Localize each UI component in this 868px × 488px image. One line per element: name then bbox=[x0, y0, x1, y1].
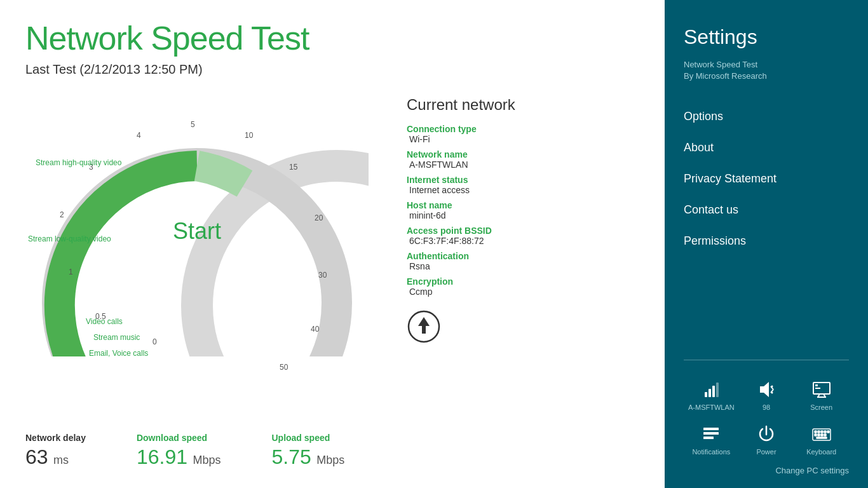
wifi-label: A-MSFTWLAN bbox=[688, 403, 735, 411]
delay-value: 63 bbox=[25, 445, 48, 468]
scale-4: 4 bbox=[137, 131, 141, 140]
svg-rect-4 bbox=[709, 389, 711, 397]
field-value-internet-status: Internet access bbox=[409, 185, 515, 195]
app-title: Network Speed Test bbox=[25, 19, 639, 57]
upload-value: 5.75 bbox=[271, 445, 311, 468]
svg-rect-23 bbox=[815, 431, 817, 433]
sys-icon-wifi[interactable]: A-MSFTWLAN bbox=[684, 379, 739, 411]
menu-item-contact[interactable]: Contact us bbox=[684, 194, 849, 226]
download-label: Download speed bbox=[137, 433, 221, 443]
gauge-container: 0 0.5 1 2 3 4 5 10 15 20 30 40 50 Stream… bbox=[25, 90, 369, 356]
network-field-encryption: Encryption Ccmp bbox=[407, 276, 515, 297]
field-value-network-name: A-MSFTWLAN bbox=[409, 159, 515, 170]
menu-item-about[interactable]: About bbox=[684, 132, 849, 163]
network-panel-title: Current network bbox=[407, 96, 515, 114]
svg-rect-30 bbox=[821, 434, 823, 436]
field-value-auth: Rsna bbox=[409, 261, 515, 271]
network-field-connection-type: Connection type Wi-Fi bbox=[407, 124, 515, 144]
network-field-bssid: Access point BSSID 6C:F3:7F:4F:88:72 bbox=[407, 226, 515, 246]
volume-label: 98 bbox=[763, 403, 770, 411]
field-label-auth: Authentication bbox=[407, 251, 515, 261]
notifications-label: Notifications bbox=[692, 448, 730, 456]
svg-point-10 bbox=[771, 386, 773, 388]
annotation-hq-video: Stream high-quality video bbox=[36, 158, 121, 167]
svg-rect-6 bbox=[716, 383, 719, 397]
sys-icon-power[interactable]: Power bbox=[739, 424, 794, 456]
annotation-stream-music: Stream music bbox=[93, 333, 140, 342]
change-pc-settings[interactable]: Change PC settings bbox=[684, 466, 849, 475]
scale-5: 5 bbox=[191, 120, 195, 129]
stats-row: Network delay 63 ms Download speed 16.91… bbox=[25, 433, 449, 469]
download-unit: Mbps bbox=[193, 454, 220, 466]
field-label-network-name: Network name bbox=[407, 149, 515, 159]
network-panel: Current network Connection type Wi-Fi Ne… bbox=[407, 90, 515, 346]
field-label-connection-type: Connection type bbox=[407, 124, 515, 134]
network-field-name: Network name A-MSFTWLAN bbox=[407, 149, 515, 170]
field-value-connection-type: Wi-Fi bbox=[409, 134, 515, 144]
last-test-label: Last Test (2/12/2013 12:50 PM) bbox=[25, 62, 639, 77]
sys-icon-notifications[interactable]: Notifications bbox=[684, 424, 739, 456]
scale-0: 0 bbox=[153, 337, 157, 346]
field-value-host-name: minint-6d bbox=[409, 210, 515, 220]
upload-label: Upload speed bbox=[271, 433, 344, 443]
svg-rect-20 bbox=[703, 437, 714, 439]
download-value: 16.91 bbox=[137, 445, 187, 468]
wifi-icon bbox=[701, 379, 721, 400]
scale-1: 1 bbox=[69, 268, 73, 276]
svg-rect-32 bbox=[817, 437, 827, 438]
settings-sidebar: Settings Network Speed Test By Microsoft… bbox=[665, 0, 868, 488]
gauge-network-row: 0 0.5 1 2 3 4 5 10 15 20 30 40 50 Stream… bbox=[25, 90, 639, 356]
scale-40: 40 bbox=[311, 325, 319, 334]
field-value-bssid: 6C:F3:7F:4F:88:72 bbox=[409, 236, 515, 246]
power-label: Power bbox=[756, 448, 776, 456]
scale-30: 30 bbox=[318, 271, 327, 280]
svg-rect-3 bbox=[705, 392, 707, 397]
sys-icon-keyboard[interactable]: Keyboard bbox=[794, 424, 849, 456]
svg-rect-27 bbox=[827, 431, 829, 433]
sys-icon-volume[interactable]: 98 bbox=[739, 379, 794, 411]
keyboard-label: Keyboard bbox=[806, 448, 836, 456]
field-label-host-name: Host name bbox=[407, 200, 515, 210]
power-icon bbox=[756, 424, 776, 444]
svg-point-11 bbox=[771, 392, 773, 394]
network-field-internet-status: Internet status Internet access bbox=[407, 175, 515, 195]
system-icons-row1: A-MSFTWLAN 98 Screen bbox=[684, 379, 849, 411]
network-field-auth: Authentication Rsna bbox=[407, 251, 515, 271]
field-value-encryption: Ccmp bbox=[409, 287, 515, 297]
svg-rect-5 bbox=[712, 386, 715, 397]
svg-rect-18 bbox=[703, 428, 719, 430]
upload-unit: Mbps bbox=[316, 454, 344, 466]
field-label-bssid: Access point BSSID bbox=[407, 226, 515, 236]
svg-rect-25 bbox=[821, 431, 823, 433]
svg-rect-28 bbox=[815, 434, 817, 436]
svg-rect-31 bbox=[824, 434, 826, 436]
menu-item-options[interactable]: Options bbox=[684, 101, 849, 132]
screen-label: Screen bbox=[810, 403, 832, 411]
menu-item-privacy[interactable]: Privacy Statement bbox=[684, 163, 849, 194]
svg-rect-29 bbox=[818, 434, 820, 436]
notifications-icon bbox=[701, 424, 721, 444]
stat-download: Download speed 16.91 Mbps bbox=[137, 433, 221, 469]
scale-50: 50 bbox=[280, 363, 288, 372]
upload-icon[interactable] bbox=[407, 309, 441, 344]
annotation-lq-video: Stream low-quality video bbox=[28, 234, 111, 243]
delay-label: Network delay bbox=[25, 433, 86, 443]
annotation-video-calls: Video calls bbox=[86, 317, 123, 326]
svg-rect-19 bbox=[703, 432, 719, 435]
upload-icon-container[interactable] bbox=[407, 309, 515, 346]
keyboard-icon bbox=[811, 424, 832, 444]
sys-icon-screen[interactable]: Screen bbox=[794, 379, 849, 411]
main-content: Network Speed Test Last Test (2/12/2013 … bbox=[0, 0, 665, 488]
field-label-internet-status: Internet status bbox=[407, 175, 515, 185]
settings-title: Settings bbox=[684, 25, 849, 49]
field-label-encryption: Encryption bbox=[407, 276, 515, 287]
svg-marker-1 bbox=[418, 317, 430, 326]
start-button[interactable]: Start bbox=[173, 218, 221, 245]
svg-rect-26 bbox=[824, 431, 826, 433]
settings-app-name: Network Speed Test By Microsoft Research bbox=[684, 59, 849, 82]
svg-marker-7 bbox=[760, 382, 769, 397]
menu-item-permissions[interactable]: Permissions bbox=[684, 226, 849, 257]
scale-10: 10 bbox=[245, 131, 253, 140]
scale-20: 20 bbox=[315, 214, 323, 222]
settings-divider bbox=[684, 360, 849, 360]
